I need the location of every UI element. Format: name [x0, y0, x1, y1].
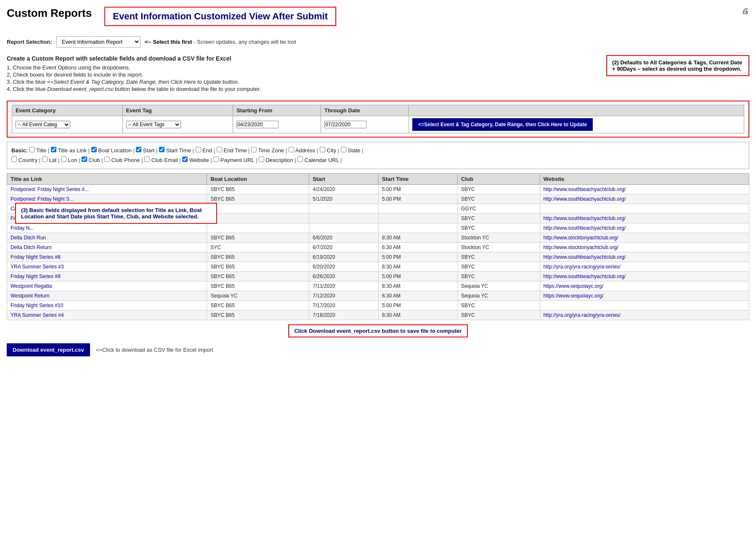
- cb-end-time[interactable]: End Time |: [217, 147, 250, 154]
- cell-website[interactable]: [540, 300, 749, 310]
- checkboxes-section: Basic: Title | Title as Link | Boat Loca…: [7, 142, 749, 169]
- cb-lon-input[interactable]: [61, 157, 66, 162]
- col-club: Club: [458, 173, 540, 184]
- cell-title-link[interactable]: Delta Ditch Run: [7, 233, 207, 242]
- cell-boat-location: SBYC B65: [207, 310, 309, 320]
- cb-payment-url[interactable]: Payment URL |: [213, 157, 257, 163]
- cb-website-input[interactable]: [182, 157, 188, 162]
- col-website: Website: [540, 173, 749, 184]
- cb-description-input[interactable]: [259, 157, 264, 162]
- cb-end[interactable]: End |: [196, 147, 215, 154]
- cb-boat-location-input[interactable]: [91, 147, 97, 152]
- cb-description[interactable]: Description |: [259, 157, 296, 163]
- cb-end-time-input[interactable]: [217, 147, 222, 152]
- cell-boat-location: SBYC B65: [207, 281, 309, 291]
- cb-address[interactable]: Address |: [289, 147, 318, 154]
- cb-state[interactable]: State |: [341, 147, 363, 154]
- print-icon[interactable]: 🖨: [742, 7, 749, 16]
- instructions-col: Create a Custom Report with selectable f…: [7, 55, 598, 96]
- cell-website[interactable]: http://www.southbeachyachtclub.org/: [540, 223, 749, 233]
- cb-address-input[interactable]: [289, 147, 294, 152]
- cb-lon[interactable]: Lon |: [61, 157, 80, 163]
- cb-city-input[interactable]: [320, 147, 325, 152]
- cell-club: Sequoia YC: [458, 291, 540, 300]
- cb-time-zone[interactable]: Time Zone |: [251, 147, 287, 154]
- cell-title-link[interactable]: Postponed: Friday Night Series #...: [7, 184, 207, 194]
- event-category-select[interactable]: -- All Event Categ: [16, 121, 70, 128]
- cell-title-link[interactable]: Westpoint Regatta: [7, 281, 207, 291]
- cb-lat-input[interactable]: [42, 157, 48, 162]
- cb-boat-location[interactable]: Boat Location |: [91, 147, 135, 154]
- starting-from-input[interactable]: [236, 121, 279, 128]
- cell-title-link[interactable]: Delta Ditch Return: [7, 242, 207, 252]
- cell-title-link[interactable]: Friday Night Series #10: [7, 300, 207, 310]
- cell-club: Stockton YC: [458, 242, 540, 252]
- cell-website[interactable]: http://www.stocktonyachtclub.org/: [540, 233, 749, 242]
- cell-start: [309, 204, 379, 213]
- cell-website[interactable]: http://www.southbeachyachtclub.org/: [540, 194, 749, 204]
- cell-website[interactable]: http://www.southbeachyachtclub.org/: [540, 252, 749, 262]
- cb-website[interactable]: Website |: [182, 157, 212, 163]
- cb-calendar-url-input[interactable]: [297, 157, 303, 162]
- callout-top: (2) Defaults to All Categories & Tags, C…: [606, 55, 749, 76]
- cell-website[interactable]: https://www.sequoiayc.org/: [540, 281, 749, 291]
- cb-club-email[interactable]: Club Email |: [144, 157, 180, 163]
- cell-website[interactable]: http://www.southbeachyachtclub.org/: [540, 184, 749, 194]
- main-heading-box: Event Information Customized View After …: [104, 7, 336, 26]
- cb-title-link-input[interactable]: [51, 147, 56, 152]
- cb-payment-url-input[interactable]: [213, 157, 219, 162]
- cb-calendar-url[interactable]: Calendar URL |: [297, 157, 342, 163]
- cb-club-phone-input[interactable]: [104, 157, 110, 162]
- filter-category-cell[interactable]: -- All Event Categ: [12, 116, 123, 133]
- cb-state-input[interactable]: [341, 147, 346, 152]
- cb-start-time[interactable]: Start Time |: [159, 147, 194, 154]
- cell-start-time: 6:30 AM: [379, 291, 458, 300]
- cb-lat[interactable]: Lat |: [42, 157, 60, 163]
- cell-website[interactable]: http://yra.org/yra-racing/yra-series/: [540, 262, 749, 271]
- cb-title[interactable]: Title |: [29, 147, 49, 154]
- cb-title-input[interactable]: [29, 147, 35, 152]
- cb-title-link[interactable]: Title as Link |: [51, 147, 90, 154]
- cb-start-input[interactable]: [136, 147, 141, 152]
- cell-website[interactable]: http://www.southbeachyachtclub.org/: [540, 213, 749, 223]
- cell-website[interactable]: [540, 204, 749, 213]
- cell-club: SBYC: [458, 223, 540, 233]
- cell-website[interactable]: http://yra.org/yra-racing/yra-series/: [540, 310, 749, 320]
- table-row: Friday Night Series #10SBYC B657/17/2020…: [7, 300, 749, 310]
- download-button[interactable]: Download event_report.csv: [7, 343, 90, 356]
- cb-city[interactable]: City |: [320, 147, 339, 154]
- cell-title-link[interactable]: Friday Night Series #9: [7, 271, 207, 281]
- cell-title-link[interactable]: Friday Night Series #8: [7, 252, 207, 262]
- cell-website[interactable]: https://www.sequoiayc.org/: [540, 291, 749, 300]
- cb-club[interactable]: Club |: [82, 157, 103, 163]
- cell-title-link[interactable]: YRA Summer Series #3: [7, 262, 207, 271]
- cell-title-link[interactable]: YRA Summer Series #4: [7, 310, 207, 320]
- cell-title-link[interactable]: Friday N...: [7, 223, 207, 233]
- cb-start-time-input[interactable]: [159, 147, 164, 152]
- event-tag-select[interactable]: -- All Event Tags: [126, 121, 181, 128]
- cb-club-phone[interactable]: Club Phone |: [104, 157, 143, 163]
- update-button[interactable]: <=Select Event & Tag Category, Date Rang…: [412, 118, 593, 131]
- report-selection-select[interactable]: Event Information Report: [56, 36, 141, 48]
- cell-website[interactable]: http://www.southbeachyachtclub.org/: [540, 271, 749, 281]
- filter-through-cell[interactable]: [321, 116, 409, 133]
- filter-tag-cell[interactable]: -- All Event Tags: [122, 116, 233, 133]
- cell-website[interactable]: http://www.stocktonyachtclub.org/: [540, 242, 749, 252]
- download-hint: <=Click to download as CSV file for Exce…: [96, 347, 213, 353]
- cb-club-input[interactable]: [82, 157, 87, 162]
- through-date-input[interactable]: [324, 121, 366, 128]
- filter-update-cell[interactable]: <=Select Event & Tag Category, Date Rang…: [409, 116, 744, 133]
- cell-start: 6/19/2020: [309, 252, 379, 262]
- cell-title-link[interactable]: Westpoint Return: [7, 291, 207, 300]
- cb-country-input[interactable]: [11, 157, 17, 162]
- cell-start: 4/24/2020: [309, 184, 379, 194]
- cb-club-email-input[interactable]: [144, 157, 150, 162]
- cb-time-zone-input[interactable]: [251, 147, 257, 152]
- cb-start[interactable]: Start |: [136, 147, 157, 154]
- cell-start: 7/12/2020: [309, 291, 379, 300]
- cb-country[interactable]: Country |: [11, 157, 40, 163]
- table-row: Friday N...SBYChttp://www.southbeachyach…: [7, 223, 749, 233]
- filter-start-cell[interactable]: [233, 116, 321, 133]
- cb-end-input[interactable]: [196, 147, 201, 152]
- filter-section: Event Category Event Tag Starting From T…: [7, 101, 749, 138]
